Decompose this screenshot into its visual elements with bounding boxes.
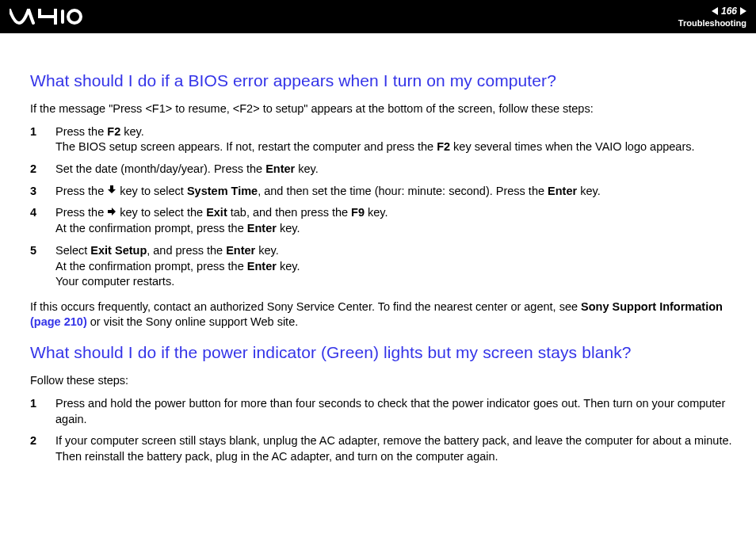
- list-item: 1 Press the F2 key. The BIOS setup scree…: [30, 124, 742, 155]
- steps-list-1: 1 Press the F2 key. The BIOS setup scree…: [30, 124, 742, 290]
- page-number: 166: [721, 6, 737, 17]
- svg-point-1: [68, 10, 81, 23]
- step-body: Press the key to select System Time, and…: [55, 184, 742, 200]
- list-item: 2 If your computer screen still stays bl…: [30, 433, 742, 464]
- steps-list-2: 1 Press and hold the power button for mo…: [30, 396, 742, 464]
- intro-text-1: If the message "Press <F1> to resume, <F…: [30, 101, 742, 116]
- page-link-210[interactable]: (page 210): [30, 315, 87, 328]
- nav-next-icon[interactable]: [740, 7, 746, 15]
- step-body: Press the key to select the Exit tab, an…: [55, 205, 742, 237]
- header-right: 166 Troubleshooting: [678, 6, 746, 28]
- svg-rect-0: [61, 10, 64, 24]
- step-body: Press and hold the power button for more…: [55, 396, 742, 427]
- step-number: 1: [30, 396, 55, 427]
- heading-bios-error: What should I do if a BIOS error appears…: [30, 71, 742, 90]
- step-body: Select Exit Setup, and press the Enter k…: [55, 243, 742, 290]
- step-number: 4: [30, 205, 55, 237]
- list-item: 4 Press the key to select the Exit tab, …: [30, 205, 742, 237]
- down-arrow-icon: [107, 183, 116, 199]
- step-number: 1: [30, 124, 55, 155]
- step-body: Set the date (month/day/year). Press the…: [55, 162, 742, 177]
- right-arrow-icon: [107, 205, 116, 221]
- list-item: 2 Set the date (month/day/year). Press t…: [30, 162, 742, 177]
- intro-text-2: Follow these steps:: [30, 373, 742, 388]
- step-body: If your computer screen still stays blan…: [55, 433, 742, 464]
- heading-power-indicator: What should I do if the power indicator …: [30, 343, 742, 362]
- section-label: Troubleshooting: [678, 18, 746, 28]
- step-body: Press the F2 key. The BIOS setup screen …: [55, 124, 742, 155]
- list-item: 5 Select Exit Setup, and press the Enter…: [30, 243, 742, 290]
- vaio-logo: [10, 9, 82, 25]
- step-number: 2: [30, 162, 55, 177]
- nav-prev-icon[interactable]: [712, 7, 718, 15]
- outro-text-1: If this occurs frequently, contact an au…: [30, 299, 742, 330]
- list-item: 3 Press the key to select System Time, a…: [30, 184, 742, 200]
- step-number: 5: [30, 243, 55, 290]
- page-content: What should I do if a BIOS error appears…: [0, 33, 756, 464]
- list-item: 1 Press and hold the power button for mo…: [30, 396, 742, 427]
- page-nav: 166: [712, 6, 746, 17]
- header-bar: 166 Troubleshooting: [0, 0, 756, 33]
- step-number: 2: [30, 433, 55, 464]
- step-number: 3: [30, 184, 55, 200]
